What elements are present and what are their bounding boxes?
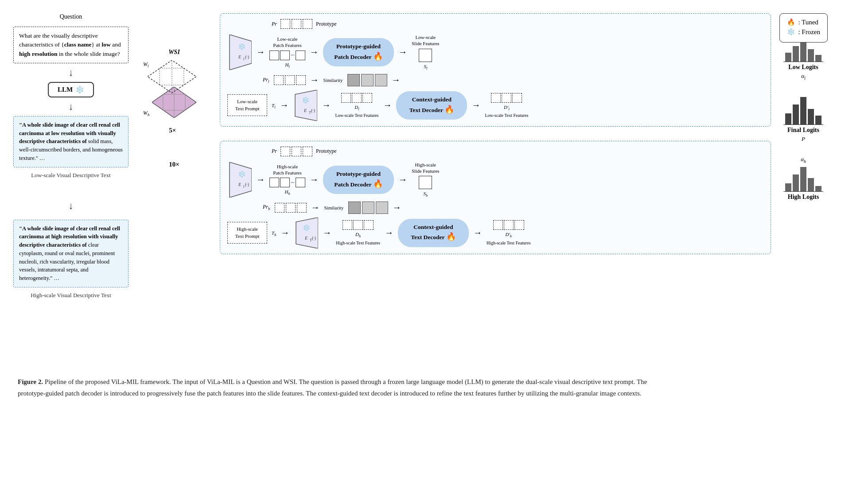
high-bar-3 [800, 167, 806, 191]
high-similarity-label: Similarity [324, 205, 344, 210]
proto-box-1 [280, 19, 290, 29]
high-slide-feat-label: High-scaleSlide Features [412, 162, 440, 174]
p-label: P [802, 136, 805, 143]
high-encoder: ❄️ E l (·) [227, 162, 252, 198]
low-feat-2 [280, 50, 290, 60]
low-text-encoder: ❄️ E T (·) [293, 90, 317, 121]
svg-text:(·): (·) [312, 236, 316, 241]
low-feat-dots: ··· [291, 52, 295, 58]
high-proto-2 [292, 147, 301, 156]
wsi-grid: Wl Wh [143, 60, 205, 118]
high-logit-bars [783, 165, 823, 192]
wsi-column: WSI [136, 22, 212, 168]
low-tf2-label: Low-scale Text Features [485, 113, 528, 118]
low-text-row: Low-scaleText Prompt Tl → ❄️ E T (·) [227, 90, 763, 121]
wsi-label: WSI [168, 49, 180, 56]
final-logit-bars [783, 94, 823, 125]
high-bar-5 [815, 186, 822, 191]
low-text-arrow1: → [280, 100, 288, 110]
low-patch-decoder-group: Prototype-guidedPatch Decoder 🔥 [323, 38, 394, 66]
high-d-label: Dh [355, 232, 361, 238]
svg-marker-22 [230, 162, 252, 198]
alpha-l-label: αl [801, 73, 806, 81]
high-prh-label: Prh [263, 204, 270, 211]
svg-text:(·): (·) [245, 54, 249, 60]
low-bar-3 [800, 39, 806, 62]
multiplier-labels: 5× 10× [169, 127, 179, 168]
high-text-encoder: ❄️ E T (·) [294, 217, 318, 248]
final-bar-1 [785, 113, 791, 124]
llm-frozen-icon: ❄️ [75, 85, 84, 94]
high-text-arrow3: → [385, 228, 393, 238]
low-multiply: 5× [169, 127, 176, 134]
final-bar-4 [808, 109, 814, 124]
low-text-decoder-fire: 🔥 [444, 105, 454, 114]
svg-text:E: E [238, 182, 241, 187]
low-desc-text: "A whole slide image of clear cell renal… [19, 122, 123, 161]
final-bar-3 [800, 97, 806, 124]
low-feat-1 [269, 50, 279, 60]
left-column: Question What are the visually descripti… [9, 9, 133, 299]
high-multiply: 10× [169, 161, 179, 168]
high-feat-dots: ··· [291, 179, 295, 186]
low-text-prompt: Low-scaleText Prompt [227, 94, 267, 116]
high-prh-box2 [286, 203, 296, 213]
low-encoder: ❄️ E l (·) [227, 35, 252, 70]
high-text-decoder-fire: 🔥 [446, 232, 456, 241]
high-prh-boxes [275, 203, 307, 213]
low-prl-box1 [274, 75, 284, 85]
low-s-label: Sl [424, 64, 427, 70]
legend: 🔥 : Tuned ❄️ : Frozen [779, 13, 828, 43]
high-tf2-1 [493, 220, 503, 230]
low-prototype-top-row: Pr Prototype [227, 19, 763, 29]
high-slide-box [419, 176, 432, 189]
svg-marker-27 [296, 217, 318, 248]
high-text-row: High-scaleText Prompt Th → ❄️ E T (·) [227, 217, 763, 248]
svg-text:E: E [304, 108, 307, 113]
high-prototype-top-row: Pr Prototype [227, 147, 763, 156]
high-sim-boxes [348, 202, 388, 214]
question-title: Question [60, 13, 82, 20]
high-prh-arrow: → [311, 202, 320, 213]
low-text-feat-boxes [341, 93, 372, 103]
high-h-label: Hh [284, 189, 290, 196]
arrow-down-2: ↓ [69, 102, 74, 112]
low-prl-row: Prl → Similarity [227, 74, 763, 86]
svg-text:❄️: ❄️ [238, 171, 246, 178]
low-text-prompt-group: Low-scaleText Prompt [227, 94, 267, 116]
low-text-features2: D'l Low-scale Text Features [485, 93, 528, 118]
low-pr-label: Pr [272, 21, 277, 27]
low-scale-content: Pr Prototype [227, 19, 763, 121]
caption: Figure 2. Pipeline of the proposed ViLa-… [9, 372, 674, 403]
low-text-arrow2: → [322, 100, 331, 110]
low-d-label: Dl [354, 105, 359, 111]
low-patch-feat-label: Low-scalePatch Features [273, 36, 301, 49]
low-patch-decoder-fire: 🔥 [373, 52, 383, 61]
high-tf2-3 [514, 220, 524, 230]
low-t-label: Tl [272, 103, 275, 109]
low-slide-box [419, 49, 432, 62]
high-dprime-label: D'h [506, 232, 512, 238]
high-tf-3 [364, 220, 374, 230]
high-main-row: ❄️ E l (·) → High-scalePatch Features [227, 162, 763, 198]
high-proto-1 [280, 147, 290, 156]
question-box: What are the visually descriptive charac… [13, 27, 128, 63]
high-patch-decoder: Prototype-guidedPatch Decoder 🔥 [323, 166, 394, 194]
low-decoder-arrow: → [398, 47, 407, 57]
svg-marker-12 [230, 35, 252, 70]
high-proto-boxes [280, 147, 312, 156]
high-t-label: Th [272, 230, 276, 237]
high-scale-content: Pr Prototype [227, 147, 763, 248]
high-text-prompt: High-scaleText Prompt [227, 222, 267, 244]
low-prl-label: Prl [263, 77, 269, 84]
low-tf2-2 [502, 93, 511, 103]
high-patch-feat-label: High-scalePatch Features [273, 163, 301, 176]
main-container: Question What are the visually descripti… [9, 9, 832, 403]
high-tf2-label: High-scale Text Features [487, 240, 531, 245]
llm-box: LLM ❄️ [48, 82, 94, 97]
low-sim-boxes [347, 74, 387, 86]
high-scale-label: High-scale Visual Descriptive Text [31, 292, 111, 299]
tuned-label: : Tuned [798, 19, 818, 26]
high-encoder-arrow: → [256, 174, 265, 185]
question-text: What are the visually descriptive charac… [19, 32, 121, 57]
